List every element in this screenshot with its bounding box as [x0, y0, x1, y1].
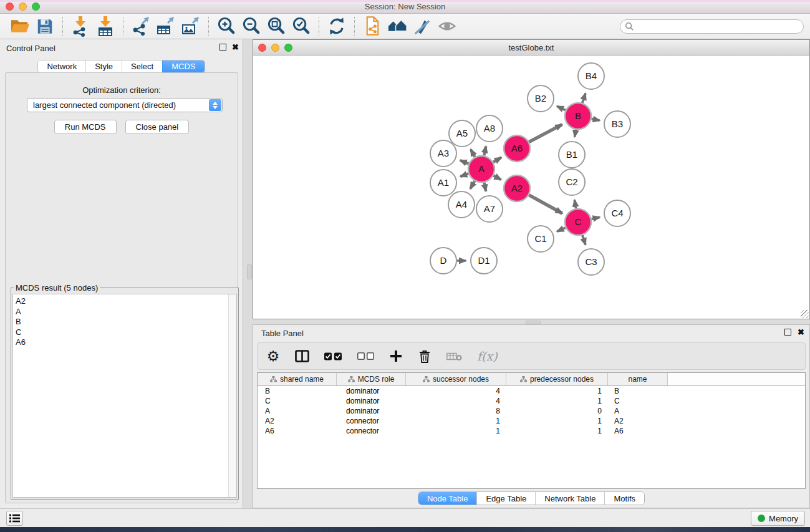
network-graph[interactable]: AA1A2A3A4A5A6A7A8BB1B2B3B4CC1C2C3C4DD1 [253, 56, 809, 319]
table-cell[interactable]: 1 [506, 426, 608, 436]
edge-C-C2[interactable] [574, 200, 576, 209]
export-network-button[interactable] [128, 15, 153, 37]
window-controls[interactable] [6, 2, 40, 11]
close-panel-icon[interactable]: ✖ [232, 44, 239, 51]
zoom-selected-button[interactable] [289, 15, 314, 37]
clone-network-button[interactable] [360, 15, 385, 37]
select-stepper-icon[interactable] [209, 99, 221, 111]
show-view-button[interactable] [435, 15, 460, 37]
float-panel-icon[interactable] [219, 44, 226, 51]
table-cell[interactable]: A6 [258, 426, 337, 436]
zoom-in-button[interactable] [214, 15, 239, 37]
table-cell[interactable]: connector [337, 426, 406, 436]
table-cell[interactable]: A2 [608, 416, 668, 426]
select-all-button[interactable] [324, 352, 342, 360]
column-header-successor-nodes[interactable]: successor nodes [406, 373, 506, 385]
column-visibility-button[interactable] [295, 350, 309, 362]
tab-mcds[interactable]: MCDS [162, 60, 204, 72]
zoom-fit-button[interactable] [264, 15, 289, 37]
table-cell[interactable]: A [608, 406, 668, 416]
network-minimize-icon[interactable] [271, 44, 279, 52]
delete-column-button[interactable] [418, 350, 432, 363]
table-cell[interactable]: 1 [406, 426, 506, 436]
tab-network[interactable]: Network [38, 60, 85, 72]
table-cell[interactable]: C [608, 396, 668, 406]
table-cell[interactable]: 1 [406, 416, 506, 426]
edge-B-B1[interactable] [575, 130, 576, 137]
close-panel-button[interactable]: Close panel [125, 120, 190, 134]
float-panel-icon[interactable] [784, 329, 791, 336]
node-table[interactable]: shared nameMCDS rolesuccessor nodesprede… [257, 372, 806, 489]
minimize-window-icon[interactable] [19, 2, 27, 11]
table-cell[interactable]: 0 [506, 406, 608, 416]
edge-C-C1[interactable] [557, 228, 565, 231]
table-cell[interactable]: B [608, 386, 668, 396]
result-list-item[interactable]: A [13, 307, 236, 317]
edge-B-B2[interactable] [557, 106, 566, 110]
table-cell[interactable]: A2 [258, 416, 337, 426]
column-header-name[interactable]: name [608, 373, 668, 385]
mcds-result-list[interactable]: A2ABCA6 [12, 294, 237, 498]
edge-A-A6[interactable] [493, 158, 501, 162]
table-cell[interactable]: 1 [506, 416, 608, 426]
result-list-item[interactable]: A2 [13, 296, 236, 307]
table-cell[interactable]: 4 [406, 386, 506, 396]
table-cell[interactable]: B [258, 386, 337, 396]
table-row[interactable]: A6connector11A6 [258, 426, 805, 436]
search-input[interactable] [620, 19, 804, 34]
memory-button[interactable]: Memory [751, 511, 805, 526]
tab-style[interactable]: Style [85, 60, 122, 72]
result-list-item[interactable]: B [13, 317, 236, 327]
search-field[interactable] [620, 19, 804, 34]
result-scrollbar[interactable] [228, 294, 236, 497]
network-canvas[interactable]: AA1A2A3A4A5A6A7A8BB1B2B3B4CC1C2C3C4DD1 [253, 56, 809, 319]
import-table-button[interactable] [93, 15, 118, 37]
tab-node-table[interactable]: Node Table [418, 492, 477, 505]
table-cell[interactable]: 4 [406, 396, 506, 406]
tab-edge-table[interactable]: Edge Table [476, 492, 535, 505]
import-network-button[interactable] [68, 15, 93, 37]
edge-C-C4[interactable] [591, 217, 599, 219]
resize-grip[interactable] [801, 310, 809, 318]
table-cell[interactable]: A6 [608, 426, 668, 436]
table-cell[interactable]: 8 [406, 406, 506, 416]
zoom-window-icon[interactable] [32, 2, 40, 11]
export-table-button[interactable] [153, 15, 178, 37]
split-divider-handle[interactable] [247, 264, 252, 279]
table-cell[interactable]: 1 [506, 396, 608, 406]
run-mcds-button[interactable]: Run MCDS [54, 120, 117, 134]
close-window-icon[interactable] [6, 2, 14, 11]
home-views-button[interactable] [385, 15, 410, 37]
table-cell[interactable]: A [258, 406, 337, 416]
column-header-MCDS-role[interactable]: MCDS role [337, 373, 406, 385]
add-column-button[interactable] [389, 351, 403, 362]
edge-A-A8[interactable] [484, 146, 486, 155]
table-row[interactable]: Bdominator41B [258, 386, 805, 396]
table-row[interactable]: A2connector11A2 [258, 416, 805, 426]
edge-A-A5[interactable] [471, 149, 475, 157]
result-list-item[interactable]: A6 [13, 337, 236, 348]
network-zoom-icon[interactable] [284, 44, 292, 52]
edge-A-A4[interactable] [470, 181, 475, 189]
tab-network-table[interactable]: Network Table [535, 492, 604, 505]
table-row[interactable]: Cdominator41C [258, 396, 805, 406]
function-builder-button[interactable]: f(x) [477, 349, 498, 363]
edge-A-A3[interactable] [460, 160, 469, 164]
delete-table-button[interactable] [446, 352, 462, 361]
export-image-button[interactable] [178, 15, 203, 37]
refresh-button[interactable] [324, 15, 349, 37]
column-header-shared-name[interactable]: shared name [258, 373, 337, 385]
tab-motifs[interactable]: Motifs [604, 492, 644, 505]
column-header-predecessor-nodes[interactable]: predecessor nodes [506, 373, 608, 385]
table-settings-button[interactable]: ⚙ [266, 349, 280, 363]
close-panel-icon[interactable]: ✖ [798, 329, 804, 336]
table-row[interactable]: Adominator80A [258, 406, 805, 416]
open-session-button[interactable] [7, 15, 32, 37]
table-cell[interactable]: connector [337, 416, 406, 426]
network-window-titlebar[interactable]: testGlobe.txt [253, 40, 809, 56]
edge-B-B4[interactable] [582, 94, 586, 104]
table-cell[interactable]: C [258, 396, 337, 406]
result-list-item[interactable]: C [13, 327, 236, 338]
table-cell[interactable]: dominator [337, 386, 406, 396]
edge-A-A2[interactable] [493, 176, 501, 180]
